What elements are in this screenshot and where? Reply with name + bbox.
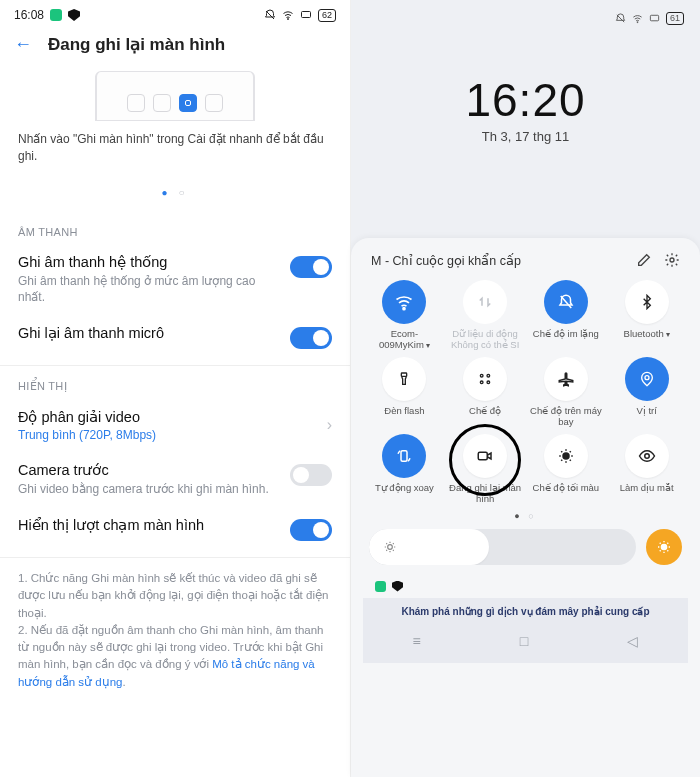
wifi-icon	[632, 13, 643, 24]
qs-flashlight[interactable]: Đèn flash	[365, 357, 444, 428]
row-subtitle: Ghi video bằng camera trước khi ghi màn …	[18, 481, 276, 497]
qs-mobile-data[interactable]: Dữ liệu di độngKhông có thẻ SI	[446, 280, 525, 351]
qs-wifi[interactable]: Ecom-009MyKim▾	[365, 280, 444, 351]
location-icon	[625, 357, 669, 401]
svg-rect-16	[478, 452, 487, 460]
row-value: Trung bình (720P, 8Mbps)	[18, 428, 313, 442]
page-title: Đang ghi lại màn hình	[48, 34, 225, 55]
section-header-display: HIỂN THỊ	[0, 366, 350, 399]
hint-text: Nhấn vào "Ghi màn hình" trong Cài đặt nh…	[0, 131, 350, 177]
footnotes: 1. Chức năng Ghi màn hình sẽ kết thúc và…	[0, 558, 350, 703]
nav-home-icon[interactable]: □	[520, 633, 528, 649]
status-bar: 16:08 62	[0, 0, 350, 28]
row-front-camera[interactable]: Camera trước Ghi video bằng camera trước…	[0, 452, 350, 507]
toggle-front-camera[interactable]	[290, 464, 332, 486]
bell-off-icon	[544, 280, 588, 324]
qs-screen-record[interactable]: Đang ghi lại màn hình	[446, 434, 525, 505]
qs-dark-mode[interactable]: Chế độ tối màu	[527, 434, 606, 505]
edit-icon[interactable]	[636, 252, 652, 268]
time-text: 16:20	[351, 73, 700, 127]
shield-icon	[392, 581, 403, 592]
svg-point-20	[661, 544, 666, 549]
svg-point-6	[670, 258, 674, 262]
brightness-row	[363, 529, 688, 577]
svg-point-19	[388, 544, 393, 549]
svg-point-11	[487, 374, 490, 377]
qs-airplane[interactable]: Chế độ trên máy bay	[527, 357, 606, 428]
row-subtitle: Ghi âm thanh hệ thống ở mức âm lượng cao…	[18, 273, 276, 305]
bluetooth-icon	[625, 280, 669, 324]
date-text: Th 3, 17 thg 11	[351, 129, 700, 144]
svg-point-18	[644, 454, 649, 459]
sun-icon	[383, 540, 397, 554]
section-header-sound: ÂM THANH	[0, 212, 350, 244]
carrier-text: M - Chỉ cuộc gọi khẩn cấp	[371, 253, 521, 268]
svg-rect-2	[301, 12, 310, 18]
grid-icon	[463, 357, 507, 401]
qs-autorotate[interactable]: Tự động xoay	[365, 434, 444, 505]
brightness-slider[interactable]	[369, 529, 636, 565]
airplane-icon	[544, 357, 588, 401]
svg-rect-15	[401, 451, 407, 462]
sun-icon	[656, 539, 672, 555]
svg-point-12	[480, 381, 483, 384]
battery-icon: 62	[318, 9, 336, 22]
quick-settings-grid: Ecom-009MyKim▾ Dữ liệu di độngKhông có t…	[363, 280, 688, 505]
footnote-1: 1. Chức năng Ghi màn hình sẽ kết thúc và…	[18, 570, 332, 622]
svg-point-1	[287, 19, 288, 20]
qs-eye-comfort[interactable]: Làm dịu mắt	[607, 434, 686, 505]
row-title: Ghi lại âm thanh micrô	[18, 325, 276, 341]
row-title: Camera trước	[18, 462, 276, 478]
lockscreen-clock: 16:20 Th 3, 17 thg 11	[351, 73, 700, 144]
data-icon	[463, 280, 507, 324]
wifi-icon	[382, 280, 426, 324]
brightness-icon	[544, 434, 588, 478]
qs-location[interactable]: Vị trí	[607, 357, 686, 428]
row-title: Độ phân giải video	[18, 409, 313, 425]
status-icons-row	[363, 577, 688, 598]
nav-recents-icon[interactable]: ≡	[413, 633, 421, 649]
record-icon	[463, 434, 507, 478]
row-system-audio[interactable]: Ghi âm thanh hệ thống Ghi âm thanh hệ th…	[0, 244, 350, 315]
mute-icon	[264, 9, 276, 21]
qs-bluetooth[interactable]: Bluetooth▾	[607, 280, 686, 351]
svg-rect-9	[402, 373, 407, 376]
battery-icon: 61	[666, 12, 684, 25]
nav-bar: ≡ □ ◁	[363, 623, 688, 663]
wifi-icon	[282, 9, 294, 21]
panel-page-indicator: ● ○	[363, 505, 688, 529]
svg-line-0	[266, 11, 274, 19]
title-bar: ← Đang ghi lại màn hình	[0, 28, 350, 71]
cast-icon	[649, 13, 660, 24]
rotate-icon	[382, 434, 426, 478]
nav-back-icon[interactable]: ◁	[627, 633, 638, 649]
row-resolution[interactable]: Độ phân giải video Trung bình (720P, 8Mb…	[0, 399, 350, 452]
qs-mode[interactable]: Chế độ	[446, 357, 525, 428]
svg-point-10	[480, 374, 483, 377]
cloud-banner[interactable]: Khám phá những gì dịch vụ đám mây phải c…	[363, 598, 688, 623]
auto-brightness-button[interactable]	[646, 529, 682, 565]
app-chip-icon	[375, 581, 386, 592]
row-mic-audio[interactable]: Ghi lại âm thanh micrô	[0, 315, 350, 359]
mute-icon	[615, 13, 626, 24]
qs-silent[interactable]: Chế độ im lặng	[527, 280, 606, 351]
app-chip-icon	[50, 9, 62, 21]
footnote-2: 2. Nếu đã đặt nguồn âm thanh cho Ghi màn…	[18, 622, 332, 691]
eye-icon	[625, 434, 669, 478]
toggle-show-touches[interactable]	[290, 519, 332, 541]
status-bar: 61	[351, 0, 700, 33]
svg-point-17	[563, 453, 569, 459]
clock-text: 16:08	[14, 8, 44, 22]
shield-icon	[68, 9, 80, 21]
toggle-mic-audio[interactable]	[290, 327, 332, 349]
toggle-system-audio[interactable]	[290, 256, 332, 278]
flashlight-icon	[382, 357, 426, 401]
svg-rect-5	[650, 15, 658, 20]
svg-point-13	[487, 381, 490, 384]
row-title: Ghi âm thanh hệ thống	[18, 254, 276, 270]
row-title: Hiển thị lượt chạm màn hình	[18, 517, 276, 533]
row-show-touches[interactable]: Hiển thị lượt chạm màn hình	[0, 507, 350, 551]
back-arrow-icon[interactable]: ←	[14, 34, 32, 55]
svg-point-14	[645, 376, 649, 380]
settings-icon[interactable]	[664, 252, 680, 268]
